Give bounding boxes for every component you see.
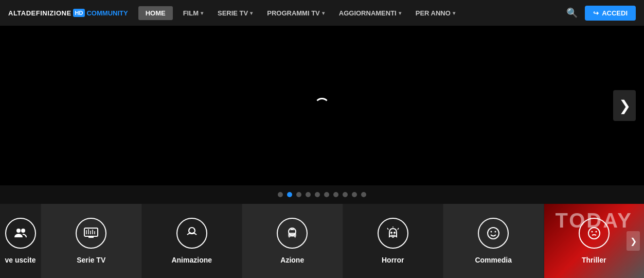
per-anno-menu[interactable]: PER ANNO ▾ [409,6,461,20]
accedi-label: ACCEDI [602,9,628,17]
svg-point-17 [495,231,496,233]
per-anno-chevron-icon: ▾ [453,10,455,16]
navbar: ALTADEFINIZIONE HD COMMUNITY HOME FILM ▾… [0,0,644,26]
category-item-azione[interactable]: Azione [242,204,343,278]
programmi-tv-chevron-icon: ▾ [322,10,325,16]
aggiornamenti-menu-label: AGGIORNAMENTI [339,9,397,17]
svg-point-11 [194,229,195,230]
slider-dots [0,185,644,204]
per-anno-menu-label: PER ANNO [416,9,451,17]
slider-dot-1[interactable] [287,192,292,197]
film-menu-label: FILM [183,9,199,17]
film-chevron-icon: ▾ [201,10,203,16]
slider-dot-7[interactable] [343,192,348,197]
logo: ALTADEFINIZIONE HD COMMUNITY [8,9,128,17]
category-item-animazione[interactable]: Animazione [142,204,243,278]
svg-point-9 [189,228,195,234]
slider-dot-0[interactable] [278,192,283,197]
commedia-icon [478,218,509,249]
aggiornamenti-menu[interactable]: AGGIORNAMENTI ▾ [333,6,407,20]
film-menu[interactable]: FILM ▾ [177,6,209,20]
categories-next-button[interactable]: ❯ [627,231,640,251]
slider-dot-5[interactable] [324,192,329,197]
category-item-commedia[interactable]: Commedia [443,204,544,278]
slider-dot-8[interactable] [352,192,357,197]
serie-tv-menu[interactable]: SERIE TV ▾ [211,6,259,20]
programmi-tv-menu-label: PROGRAMMI TV [267,9,320,17]
serie-tv-label: Serie TV [77,256,105,264]
accedi-button[interactable]: ↪ ACCEDI [585,6,636,21]
svg-point-10 [189,229,190,230]
programmi-tv-menu[interactable]: PROGRAMMI TV ▾ [261,6,331,20]
commedia-label: Commedia [475,256,512,264]
logo-hd: HD [73,9,85,17]
search-icon: 🔍 [566,8,578,18]
logo-community: COMMUNITY [86,9,128,17]
svg-point-0 [16,229,21,233]
thriller-label: Thriller [582,256,606,264]
categories-row: ve uscite Serie TV [0,204,644,278]
serie-tv-menu-label: SERIE TV [218,9,248,17]
serie-tv-chevron-icon: ▾ [250,10,253,16]
serie-tv-icon [76,218,106,249]
svg-point-1 [21,229,25,233]
category-item-thriller[interactable]: Thriller TODAY ❯ [544,204,645,278]
slider-dot-9[interactable] [361,192,366,197]
category-item-nuove-uscite[interactable]: ve uscite [0,204,41,278]
category-item-horror[interactable]: Horror [343,204,444,278]
horror-label: Horror [382,256,404,264]
slider-dot-4[interactable] [315,192,320,197]
hero-slider: ❯ [0,26,644,185]
slider-dot-2[interactable] [296,192,301,197]
animazione-label: Animazione [171,256,212,264]
nuove-uscite-label: ve uscite [5,256,36,264]
svg-point-13 [390,232,392,234]
search-button[interactable]: 🔍 [561,4,583,22]
category-item-serie-tv[interactable]: Serie TV [41,204,142,278]
aggiornamenti-chevron-icon: ▾ [399,10,401,16]
nuove-uscite-icon [5,218,36,249]
svg-point-15 [488,228,499,239]
home-button[interactable]: HOME [138,6,173,20]
animazione-icon [176,218,207,249]
accedi-icon: ↪ [593,9,599,17]
logo-alta: ALTADEFINIZIONE [8,9,71,17]
svg-point-16 [491,231,492,233]
slider-dot-6[interactable] [333,192,338,197]
slider-dot-3[interactable] [306,192,311,197]
azione-label: Azione [280,256,304,264]
loading-spinner [314,98,330,113]
slider-next-button[interactable]: ❯ [613,90,636,121]
azione-icon [277,218,308,249]
svg-point-14 [393,232,396,234]
today-overlay-text: TODAY [555,209,633,232]
horror-icon [378,218,408,249]
